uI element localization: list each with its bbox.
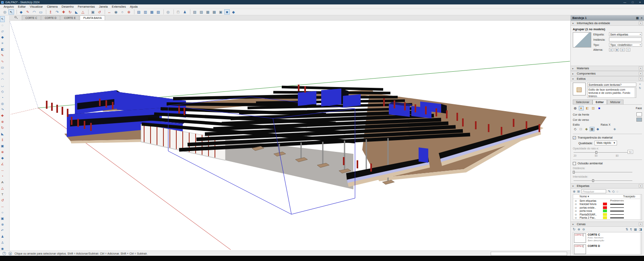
scene-tab-corte-e[interactable]: CORTE E (60, 15, 79, 20)
tag-dash-style[interactable] (610, 204, 624, 205)
menu-janela[interactable]: Janela (97, 5, 110, 8)
tags-header[interactable]: ▾ Etiquetas × (571, 183, 644, 188)
zoom-extents-tool-icon[interactable]: ⊗ (126, 9, 132, 14)
freehand-tool-icon[interactable]: ✎ (25, 9, 31, 14)
tag-icon[interactable]: ◇ (612, 190, 615, 193)
move-tool-icon[interactable]: ✚ (61, 9, 66, 14)
edit-tag-icon[interactable]: ✎ (608, 190, 611, 193)
add-location-icon[interactable]: ♟ (182, 9, 188, 14)
tool-eraser[interactable]: ◆ (0, 34, 5, 40)
CORTE C[interactable]: CORTE C CORTE C Foto: Nenhum Sem descriç… (573, 232, 642, 244)
tool-intersect[interactable]: ⊗ (0, 149, 5, 155)
shaded-mode-icon[interactable]: ◆ (584, 127, 589, 131)
tag-color-swatch[interactable] (603, 203, 607, 205)
tool-select[interactable]: ↖ (0, 16, 5, 22)
visibility-eye-icon[interactable]: ⊙ (575, 213, 580, 216)
visibility-eye-icon[interactable]: ⊙ (575, 203, 580, 205)
xray-mode-icon[interactable]: ◈ (612, 127, 617, 131)
axes-tool-icon[interactable]: △ (80, 9, 86, 14)
tool-line[interactable]: ✎ (0, 52, 5, 58)
hide-toggle-icon[interactable]: ⊙ (609, 48, 613, 52)
transparency-checkbox[interactable]: ✓ (573, 136, 576, 139)
tool-arc[interactable]: ◠ (0, 77, 5, 83)
tag-color-swatch[interactable] (603, 209, 607, 212)
add-scene-icon[interactable]: ⊕ (578, 228, 580, 231)
visibility-eye-icon[interactable]: ⊙ (575, 199, 580, 202)
tags-column-dash[interactable]: Tracejado (623, 195, 641, 198)
section-cuts-icon[interactable]: ▧ (155, 9, 161, 14)
maximize-button[interactable]: □ (632, 1, 634, 4)
tool-zoom-extents[interactable]: ⊗ (0, 222, 5, 228)
tool-pushpull[interactable]: ↥ (0, 137, 5, 143)
tool-axes[interactable]: △ (0, 185, 5, 191)
tool-move[interactable]: ✚ (0, 113, 5, 119)
tool-offset[interactable]: ◎ (0, 101, 5, 107)
viewport-canvas[interactable] (10, 21, 570, 251)
select-tool-icon[interactable]: ↖ (8, 9, 14, 14)
Planta 2 Pav..[interactable]: ⊙ Planta 2 Pav.. (573, 216, 642, 220)
wireframe-mode-icon[interactable]: ◇ (573, 127, 578, 131)
close-button[interactable]: × (639, 1, 641, 4)
pushpull-tool-icon[interactable]: ↥ (46, 9, 54, 14)
geolocation-icon[interactable]: ⊕ (8, 252, 12, 255)
tool-lasso[interactable]: ◌ (0, 22, 5, 28)
tool-polygon[interactable]: ◇ (0, 89, 5, 95)
tool-tape-measure[interactable]: ∠ (0, 161, 5, 167)
front-color-swatch[interactable] (636, 112, 642, 116)
view-front-icon[interactable]: ▦ (205, 9, 211, 14)
tool-stamp[interactable]: ≡ (0, 40, 5, 46)
scenes-close-icon[interactable]: × (639, 222, 642, 226)
components-close-icon[interactable]: × (639, 72, 642, 75)
menu-ferramentas[interactable]: Ferramentas (76, 5, 97, 8)
view-last-icon[interactable]: ◆ (231, 9, 236, 14)
update-scene-icon[interactable]: ↻ (573, 228, 576, 231)
add-tag-folder-icon[interactable]: ⊞ (577, 190, 580, 193)
tool-rotated-rectangle[interactable]: ▱ (0, 28, 5, 34)
tool-text[interactable]: A (0, 179, 5, 185)
view-top-icon[interactable]: ▨ (198, 9, 204, 14)
zoom-window-tool-icon[interactable]: ▣ (88, 9, 96, 14)
scale-tool-icon[interactable]: ◣ (74, 9, 79, 14)
tag-dash-style[interactable] (610, 211, 624, 211)
tag-dash-style[interactable] (610, 214, 624, 215)
pan-tool-icon[interactable]: ↔ (105, 9, 112, 14)
lock-toggle-icon[interactable]: ⊞ (615, 48, 619, 52)
tool-followme[interactable]: ↷ (0, 107, 5, 113)
styles-tab-editar[interactable]: Editar (592, 99, 607, 104)
classifier-icon[interactable]: ◎ (163, 9, 171, 14)
textured-mode-icon[interactable]: ▩ (590, 127, 594, 131)
view-mode-icon[interactable]: ▦ (634, 228, 637, 231)
tool-outer-shell[interactable]: ▣ (0, 143, 5, 149)
rotate-tool-icon[interactable]: ↻ (67, 9, 73, 14)
visibility-eye-icon[interactable]: ⊙ (575, 209, 580, 212)
tracejad futura[interactable]: ⊙ tracejad futura (573, 203, 642, 206)
tag-color-swatch[interactable] (603, 199, 607, 202)
tray-options-icon[interactable]: ▤ (636, 17, 639, 20)
scenes-header[interactable]: ▾ Cenas × (571, 222, 644, 227)
back-color-swatch[interactable] (636, 118, 642, 122)
cast-shadows-toggle-icon[interactable]: ⊙ (620, 48, 625, 52)
eraser-tool-icon[interactable]: ◆ (17, 9, 24, 14)
menu-editar[interactable]: Editar (16, 5, 28, 8)
arc-tool-icon[interactable]: ◠ (31, 9, 37, 14)
porta nova[interactable]: ⊙ porta nova (573, 209, 642, 213)
tool-zoom[interactable]: ○ (0, 209, 5, 215)
show-details-icon[interactable]: ◨ (639, 228, 642, 231)
Sem etiquetas[interactable]: ⊙ Sem etiquetas Predetermina.. (573, 199, 642, 203)
orbit-tool-icon[interactable]: ↺ (97, 9, 102, 14)
tool-previous-view[interactable]: ↶ (0, 228, 5, 234)
receive-shadows-toggle-icon[interactable]: ◇ (626, 48, 630, 52)
portas existe..[interactable]: ⊙ portas existe.. (573, 206, 642, 209)
tool-scale[interactable]: ◣ (0, 131, 5, 137)
view-left-icon[interactable]: ■ (224, 9, 230, 14)
tag-color-swatch[interactable] (603, 206, 607, 209)
type-select[interactable]: Tipo: <indefinido> ▾ (609, 43, 642, 47)
view-iso-icon[interactable]: ▧ (190, 9, 198, 14)
ambient-occlusion-checkbox[interactable] (573, 162, 576, 165)
tags-close-icon[interactable]: × (639, 184, 642, 188)
tool-circle[interactable]: ○ (0, 70, 5, 77)
tags-search-input[interactable]: Pesquisar (581, 189, 606, 193)
styles-tab-selecionar[interactable]: Selecionar (573, 99, 592, 104)
tag-dash-style[interactable] (610, 218, 624, 218)
menu-camera[interactable]: Câmera (45, 5, 60, 8)
